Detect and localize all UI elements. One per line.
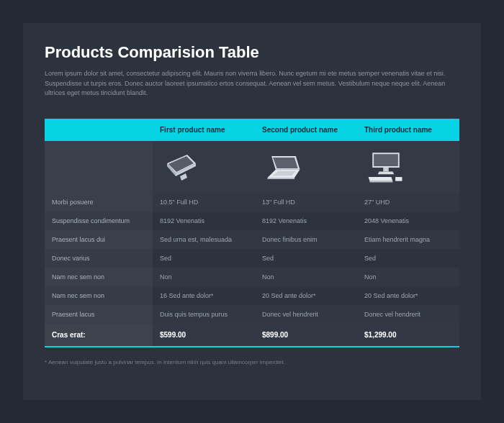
product-1-icon-cell: [153, 141, 255, 193]
total-label: Cras erat:: [45, 324, 153, 347]
page-title: Products Comparision Table: [45, 43, 459, 62]
header-corner: [45, 119, 153, 141]
comparison-table: First product name Second product name T…: [45, 119, 459, 347]
row-value: Donec vel hendrerit: [255, 305, 357, 324]
row-value: Sed urna est, malesuada: [153, 230, 255, 249]
row-value: Donec finibus enim: [255, 230, 357, 249]
svg-marker-13: [378, 171, 395, 174]
total-value: $599.00: [153, 324, 255, 347]
col-header-1: First product name: [153, 119, 255, 141]
intro-text: Lorem ipsum dolor sit amet, consectetur …: [45, 69, 459, 99]
svg-marker-15: [370, 181, 393, 182]
row-value: Non: [153, 268, 255, 286]
row-value: 20 Sed ante dolor*: [255, 286, 357, 305]
svg-marker-16: [395, 177, 402, 181]
row-value: Sed: [255, 249, 357, 268]
row-value: Sed: [153, 249, 255, 268]
row-value: Sed: [357, 249, 459, 268]
table-row: Nam nec sem non Non Non Non: [45, 268, 459, 286]
row-value: 8192 Venenatis: [153, 212, 255, 230]
svg-marker-8: [268, 178, 295, 179]
table-row: Morbi posuere 10.5" Full HD 13" Full HD …: [45, 193, 459, 212]
svg-marker-6: [273, 157, 298, 168]
table-row: Nam nec sem non 16 Sed ante dolor* 20 Se…: [45, 286, 459, 305]
row-label: Nam nec sem non: [45, 268, 153, 286]
row-label: Donec varius: [45, 249, 153, 268]
row-label: Nam nec sem non: [45, 286, 153, 305]
table-row: Suspendisse condimentum 8192 Venenatis 8…: [45, 212, 459, 230]
table-row: Donec varius Sed Sed Sed: [45, 249, 459, 268]
row-label: Praesent lacus: [45, 305, 153, 324]
product-3-icon-cell: [357, 141, 459, 193]
table-header-row: First product name Second product name T…: [45, 119, 459, 141]
desktop-icon: [364, 150, 408, 184]
footnote: * Aenean vulputate justo a pulvinar temp…: [45, 359, 459, 365]
product-2-icon-cell: [255, 141, 357, 193]
row-value: Non: [255, 268, 357, 286]
row-value: Etiam hendrerit magna: [357, 230, 459, 249]
row-value: Donec vel hendrerit: [357, 305, 459, 324]
svg-marker-11: [374, 154, 398, 166]
col-header-2: Second product name: [255, 119, 357, 141]
row-value: 10.5" Full HD: [153, 193, 255, 212]
row-value: 8192 Venenatis: [255, 212, 357, 230]
comparison-panel: Products Comparision Table Lorem ipsum d…: [23, 23, 481, 400]
svg-marker-4: [180, 173, 187, 181]
total-value: $1,299.00: [357, 324, 459, 347]
row-value: 27" UHD: [357, 193, 459, 212]
svg-marker-14: [369, 177, 393, 181]
row-value: 16 Sed ante dolor*: [153, 286, 255, 305]
icon-row-spacer: [45, 141, 153, 193]
total-row: Cras erat: $599.00 $899.00 $1,299.00: [45, 324, 459, 347]
row-value: Non: [357, 268, 459, 286]
row-label: Morbi posuere: [45, 193, 153, 212]
row-value: 13" Full HD: [255, 193, 357, 212]
row-label: Suspendisse condimentum: [45, 212, 153, 230]
svg-marker-12: [383, 167, 389, 171]
row-value: 2048 Venenatis: [357, 212, 459, 230]
row-value: Duis quis tempus purus: [153, 305, 255, 324]
col-header-3: Third product name: [357, 119, 459, 141]
table-row: Praesent lacus dui Sed urna est, malesua…: [45, 230, 459, 249]
product-icon-row: [45, 141, 459, 193]
laptop-icon: [262, 150, 305, 184]
row-value: 20 Sed ante dolor*: [357, 286, 459, 305]
table-row: Praesent lacus Duis quis tempus purus Do…: [45, 305, 459, 324]
tablet-icon: [160, 150, 203, 184]
total-value: $899.00: [255, 324, 357, 347]
row-label: Praesent lacus dui: [45, 230, 153, 249]
